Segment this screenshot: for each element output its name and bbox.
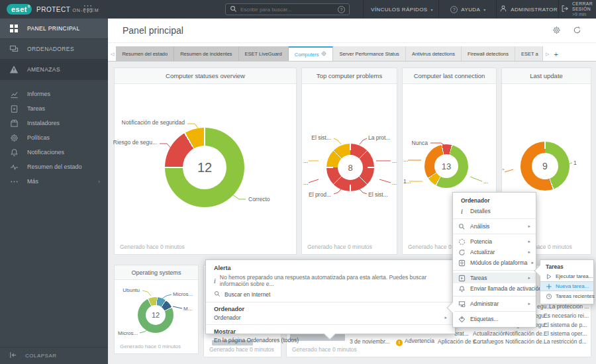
sidebar-item-politicas[interactable]: Políticas (0, 130, 108, 145)
chart-label[interactable]: ... (392, 158, 397, 164)
sidebar-item-label: Informes (27, 91, 50, 97)
page-header: Panel principal (108, 19, 596, 43)
menu-item-tareas[interactable]: Tareas▸ (453, 273, 536, 283)
collapse-label: COLAPSAR (25, 353, 57, 359)
chart-label[interactable]: 1... (403, 178, 411, 185)
chart-label[interactable]: Riesgo de segu... (113, 139, 157, 146)
sidebar-item-ordenadores[interactable]: ORDENADORES (0, 39, 108, 60)
donut-total: 13 (442, 161, 451, 171)
chart-label[interactable]: 1 (573, 159, 577, 166)
tab-server-performance-status[interactable]: Server Performance Status (333, 46, 405, 61)
divider (453, 218, 536, 219)
quick-links-label: VÍNCULOS RÁPIDOS (371, 7, 428, 13)
help-menu[interactable]: ? AYUDA▾ (441, 0, 495, 19)
tab-eset-a[interactable]: ESET a (515, 46, 543, 61)
computer-context-menu: Ordenador i Detalles Análisis▸ Potencia▸… (452, 192, 536, 328)
last-connection-donut-chart[interactable]: 13 (424, 144, 468, 188)
global-search[interactable]: ? (225, 3, 350, 15)
chart-label[interactable]: > (502, 167, 505, 171)
computer-statuses-donut-chart[interactable]: 12 (165, 128, 244, 207)
menu-item-actualizar[interactable]: Actualizar▸ (453, 247, 536, 257)
tab-resumen-de-incidentes[interactable]: Resumen de incidentes (174, 46, 238, 61)
chart-label[interactable]: Micros... (173, 291, 193, 297)
chart-label[interactable]: Notificación de seguridad (122, 119, 185, 126)
alert-computer-item[interactable]: Ordenador ▸ (214, 314, 447, 321)
sidebar-item-amenazas[interactable]: AMENAZAS (0, 60, 108, 80)
table-cell: La restricción d... (544, 338, 587, 345)
chart-label[interactable]: ... (483, 178, 488, 185)
add-tab-icon[interactable]: + (551, 50, 562, 61)
search-input[interactable] (240, 7, 334, 13)
chart-label[interactable]: ... (392, 179, 397, 186)
sidebar-item-notificaciones[interactable]: Notificaciones (0, 145, 108, 159)
menu-item-detalles[interactable]: i Detalles (453, 206, 536, 216)
search-help-icon[interactable]: ? (338, 6, 345, 13)
chart-label[interactable]: ... (403, 156, 408, 163)
tabs-scroll-right-icon[interactable]: ▷ (543, 52, 551, 61)
card-title[interactable]: Top computer problems (302, 68, 397, 84)
dashboard-settings-gear-icon[interactable] (552, 26, 561, 36)
collapse-sidebar-button[interactable]: COLAPSAR (0, 347, 108, 364)
tab-firewall-detections[interactable]: Firewall detections (462, 46, 515, 61)
tab-eset-liveguard[interactable]: ESET LiveGuard (239, 46, 289, 61)
table-cell: Notificación de... (505, 338, 547, 345)
chart-label[interactable]: Correcto (248, 196, 270, 203)
submenu-item-tareas-recientes[interactable]: Tareas recientes▸ (540, 291, 593, 301)
tab-resumen-del-estado[interactable]: Resumen del estado (116, 46, 174, 61)
card-title[interactable]: Operating systems (115, 265, 198, 280)
recent-tasks-icon (544, 293, 553, 300)
sidebar-item-panel-principal[interactable]: PANEL PRINCIPAL (0, 19, 108, 39)
threats-warning-icon (9, 65, 19, 74)
app-grid-icon[interactable] (83, 5, 92, 15)
refresh-icon[interactable] (573, 26, 581, 36)
chart-label[interactable]: M... (183, 306, 192, 312)
tab-antivirus-detections[interactable]: Antivirus detections (406, 46, 462, 61)
chart-label[interactable]: El sist... (311, 134, 331, 141)
card-title[interactable]: Last update (502, 68, 591, 84)
chart-label[interactable]: El prod... (309, 191, 331, 198)
sidebar-item-tareas[interactable]: Tareas (0, 101, 108, 116)
status-overview-icon (9, 163, 19, 171)
user-menu[interactable]: ADMINISTRATOR (499, 0, 558, 19)
card-title[interactable]: Computer statuses overview (115, 68, 296, 84)
sidebar-item-instaladores[interactable]: Instaladores (0, 116, 108, 130)
search-icon (214, 291, 221, 298)
submenu-item-ejecutar-tarea[interactable]: Ejecutar tarea... (540, 271, 593, 281)
sidebar-item-mas[interactable]: Más › (0, 174, 108, 189)
logout-button[interactable]: CERRAR SESIÓN >9 min (561, 0, 596, 19)
tab-gear-icon[interactable] (321, 51, 326, 58)
chart-label[interactable]: Ubuntu (123, 287, 140, 293)
chart-label[interactable]: Nunca (411, 140, 428, 146)
tab-computers[interactable]: Computers (289, 46, 334, 61)
tabs-scroll-left-icon[interactable]: ◁ (108, 52, 116, 61)
sidebar-item-label: Instaladores (27, 120, 60, 126)
card-title[interactable]: Computer last connection (403, 68, 496, 84)
chart-label[interactable]: ... (303, 179, 308, 186)
help-label: AYUDA (461, 7, 480, 13)
submenu-item-nueva-tarea[interactable]: Nueva tarea... (540, 281, 593, 291)
chart-label[interactable]: La prot... (368, 134, 391, 141)
operating-systems-donut-chart[interactable]: 12 (138, 297, 174, 333)
last-update-donut-chart[interactable]: 9 (521, 142, 570, 191)
alert-title: Alerta (214, 265, 447, 271)
chart-label[interactable]: ... (303, 158, 308, 164)
manage-icon (458, 300, 466, 308)
top-problems-donut-chart[interactable]: 8 (326, 144, 374, 191)
sidebar-item-resumen-del-estado[interactable]: Resumen del estado (0, 159, 108, 174)
installers-icon (9, 119, 19, 128)
menu-item-etiquetas[interactable]: Etiquetas... (453, 314, 536, 324)
submenu-title: Tareas (540, 263, 593, 271)
magnifier-icon (458, 223, 466, 230)
quick-links-menu[interactable]: VÍNCULOS RÁPIDOS▾ (366, 0, 438, 19)
menu-item-potencia[interactable]: Potencia▸ (453, 236, 536, 247)
chart-label[interactable]: El sist... (368, 191, 388, 198)
table-cell: El sistema oper... (544, 330, 587, 337)
menu-item-administrar[interactable]: Administrar▸ (453, 298, 536, 309)
sidebar-item-informes[interactable]: Informes (0, 87, 108, 101)
search-internet-action[interactable]: Buscar en Internet (214, 291, 447, 298)
menu-item-analisis[interactable]: Análisis▸ (453, 221, 536, 232)
menu-item-modulos-de-plataforma[interactable]: Módulos de plataforma▸ (453, 257, 536, 268)
sidebar: PANEL PRINCIPAL ORDENADORES AMENAZAS Inf… (0, 19, 108, 364)
menu-item-enviar-llamada-de-activacion[interactable]: Enviar llamada de activación (453, 283, 536, 294)
chart-label[interactable]: Micros... (118, 330, 138, 336)
